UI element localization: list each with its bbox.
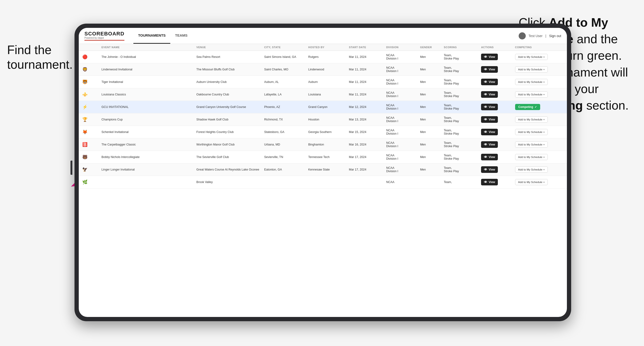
- view-button[interactable]: 👁 View: [481, 166, 498, 173]
- team-logo-icon: 🔴: [81, 53, 89, 61]
- view-button[interactable]: 👁 View: [481, 116, 498, 123]
- view-button[interactable]: 👁 View: [481, 79, 498, 85]
- add-to-schedule-button[interactable]: Add to My Schedule +: [515, 79, 548, 85]
- table-row: 🌿Brook ValleyNCAATeam,👁 ViewAdd to My Sc…: [79, 176, 567, 188]
- add-to-schedule-button[interactable]: Add to My Schedule +: [515, 154, 548, 160]
- cell-logo: 🦊: [79, 126, 99, 138]
- col-header-logo: [79, 44, 99, 51]
- table-row: 🏆Champions CupShadow Hawk Golf ClubRichm…: [79, 113, 567, 126]
- cell-event-name: The Carpetbagger Classic: [99, 138, 194, 151]
- cell-division: NCAADivision I: [384, 88, 418, 101]
- logo-bar: [84, 40, 124, 41]
- cell-scoring: Team,: [442, 176, 479, 188]
- col-header-venue: VENUE: [194, 44, 262, 51]
- cell-division: NCAADivision I: [384, 138, 418, 151]
- view-button[interactable]: 👁 View: [481, 66, 498, 73]
- table-row: 🐯Tiger InvitationalAuburn University Clu…: [79, 76, 567, 88]
- cell-actions: 👁 View: [479, 176, 512, 188]
- cell-hosted-by: Houston: [306, 113, 346, 126]
- cell-competing: Add to My Schedule +: [513, 126, 567, 138]
- cell-division: NCAADivision I: [384, 76, 418, 88]
- competing-button[interactable]: Competing ✓: [515, 104, 540, 110]
- cell-event-name: Tiger Invitational: [99, 76, 194, 88]
- cell-actions: 👁 View: [479, 164, 512, 176]
- cell-city-state: Saint Simons Island, GA: [262, 51, 306, 63]
- add-to-schedule-button[interactable]: Add to My Schedule +: [515, 54, 548, 60]
- add-to-schedule-button[interactable]: Add to My Schedule +: [515, 142, 548, 148]
- cell-venue: The Sevierville Golf Club: [194, 151, 262, 164]
- team-logo-icon: 🏆: [81, 116, 89, 123]
- add-to-schedule-button[interactable]: Add to My Schedule +: [515, 116, 548, 123]
- cell-venue: Brook Valley: [194, 176, 262, 188]
- cell-gender: Men: [418, 151, 441, 164]
- top-bar: SCOREBOARD Powered by clippd TOURNAMENTS…: [79, 28, 567, 44]
- cell-venue: Shadow Hawk Golf Club: [194, 113, 262, 126]
- view-button[interactable]: 👁 View: [481, 141, 498, 148]
- cell-hosted-by: Tennessee Tech: [306, 151, 346, 164]
- cell-logo: 🏆: [79, 113, 99, 126]
- add-to-schedule-button[interactable]: Add to My Schedule +: [515, 179, 548, 185]
- event-name-text: Linger Longer Invitational: [102, 168, 134, 171]
- eye-icon: 👁: [484, 180, 487, 184]
- cell-venue: Great Waters Course At Reynolds Lake Oco…: [194, 164, 262, 176]
- team-logo-icon: 🦅: [81, 166, 89, 173]
- cell-logo: ⚡: [79, 101, 99, 113]
- cell-gender: Men: [418, 63, 441, 76]
- cell-logo: 🌿: [79, 176, 99, 188]
- cell-city-state: Eatonton, GA: [262, 164, 306, 176]
- eye-icon: 👁: [484, 118, 487, 121]
- add-to-schedule-button[interactable]: Add to My Schedule +: [515, 66, 548, 72]
- eye-icon: 👁: [484, 68, 487, 71]
- cell-city-state: Richmond, TX: [262, 113, 306, 126]
- cell-venue: Oakbourne Country Club: [194, 88, 262, 101]
- event-name-text: Schenkel Invitational: [102, 130, 129, 134]
- cell-city-state: Sevierville, TN: [262, 151, 306, 164]
- cell-hosted-by: Auburn: [306, 76, 346, 88]
- cell-hosted-by: Grand Canyon: [306, 101, 346, 113]
- col-header-gender: GENDER: [418, 44, 441, 51]
- eye-icon: 👁: [484, 130, 487, 134]
- cell-start-date: Mar 15, 2024: [346, 126, 384, 138]
- cell-actions: 👁 View: [479, 113, 512, 126]
- cell-competing: Add to My Schedule +: [513, 164, 567, 176]
- cell-logo: 🦁: [79, 63, 99, 76]
- cell-division: NCAADivision I: [384, 113, 418, 126]
- event-name-text: Champions Cup: [102, 118, 123, 121]
- cell-actions: 👁 View: [479, 138, 512, 151]
- logo-text: SCOREBOARD: [84, 31, 124, 36]
- cell-scoring: Team,Stroke Play: [442, 138, 479, 151]
- cell-event-name: Lindenwood Invitational: [99, 63, 194, 76]
- cell-scoring: Team,Stroke Play: [442, 76, 479, 88]
- view-button[interactable]: 👁 View: [481, 179, 498, 185]
- cell-logo: 🐻: [79, 151, 99, 164]
- cell-gender: [418, 176, 441, 188]
- view-button[interactable]: 👁 View: [481, 54, 498, 60]
- user-avatar: [519, 32, 526, 39]
- view-button[interactable]: 👁 View: [481, 154, 498, 160]
- view-button[interactable]: 👁 View: [481, 91, 498, 98]
- add-to-schedule-button[interactable]: Add to My Schedule +: [515, 91, 548, 98]
- add-to-schedule-button[interactable]: Add to My Schedule +: [515, 167, 548, 173]
- tab-tournaments[interactable]: TOURNAMENTS: [134, 28, 170, 44]
- event-name-text: Louisiana Classics: [102, 93, 126, 96]
- cell-city-state: Statesboro, GA: [262, 126, 306, 138]
- cell-actions: 👁 View: [479, 126, 512, 138]
- cell-start-date: Mar 16, 2024: [346, 138, 384, 151]
- view-button[interactable]: 👁 View: [481, 104, 498, 110]
- sign-out-link[interactable]: Sign out: [549, 34, 561, 38]
- event-name-text: GCU INVITATIONAL: [102, 105, 129, 109]
- cell-logo: 🔴: [79, 51, 99, 63]
- cell-city-state: Urbana, MD: [262, 138, 306, 151]
- team-logo-icon: 🦁: [81, 66, 89, 73]
- cell-start-date: Mar 12, 2024: [346, 101, 384, 113]
- eye-icon: 👁: [484, 105, 487, 109]
- tournaments-table: EVENT NAME VENUE CITY, STATE HOSTED BY S…: [79, 44, 567, 188]
- view-button[interactable]: 👁 View: [481, 129, 498, 135]
- tab-teams[interactable]: TEAMS: [170, 28, 192, 44]
- cell-city-state: Auburn, AL: [262, 76, 306, 88]
- add-to-schedule-button[interactable]: Add to My Schedule +: [515, 129, 548, 135]
- cell-competing: Add to My Schedule +: [513, 76, 567, 88]
- cell-actions: 👁 View: [479, 76, 512, 88]
- team-logo-icon: 🐯: [81, 78, 89, 86]
- eye-icon: 👁: [484, 155, 487, 159]
